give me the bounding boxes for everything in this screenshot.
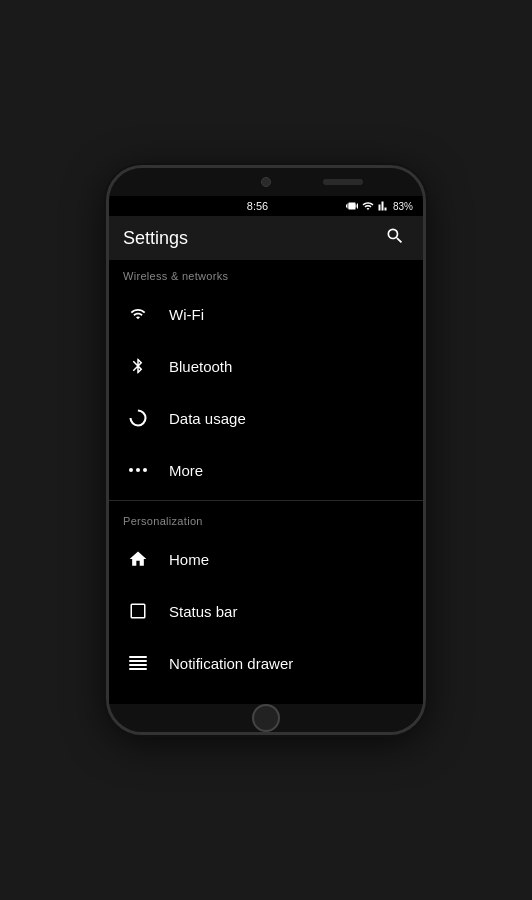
phone-speaker (323, 179, 363, 185)
status-time: 8:56 (169, 200, 346, 212)
signal-icon (378, 200, 390, 212)
home-button[interactable] (252, 704, 280, 732)
settings-item-wifi[interactable]: Wi-Fi (109, 288, 423, 340)
settings-item-bluetooth[interactable]: Bluetooth (109, 340, 423, 392)
svg-rect-2 (131, 604, 145, 618)
search-button[interactable] (381, 222, 409, 255)
bluetooth-icon (123, 356, 153, 376)
more-label: More (169, 462, 203, 479)
settings-item-status-bar[interactable]: Status bar (109, 585, 423, 637)
home-label: Home (169, 551, 209, 568)
phone-device: 8:56 83% Settings (106, 165, 426, 735)
settings-item-home[interactable]: Home (109, 533, 423, 585)
settings-list: Wireless & networks Wi-Fi Bluetoot (109, 260, 423, 704)
notification-drawer-label: Notification drawer (169, 655, 293, 672)
app-header: Settings (109, 216, 423, 260)
search-icon (385, 226, 405, 246)
vibrate-icon (346, 200, 358, 212)
home-icon (123, 549, 153, 569)
battery-percent: 83% (393, 201, 413, 212)
status-bar-icon (123, 601, 153, 621)
settings-item-more[interactable]: More (109, 444, 423, 496)
wifi-label: Wi-Fi (169, 306, 204, 323)
section-header-wireless: Wireless & networks (109, 260, 423, 288)
settings-item-data-usage[interactable]: Data usage (109, 392, 423, 444)
page-title: Settings (123, 228, 188, 249)
status-bar: 8:56 83% (109, 196, 423, 216)
status-bar-label: Status bar (169, 603, 237, 620)
section-header-personalization: Personalization (109, 505, 423, 533)
phone-top-bar (109, 168, 423, 196)
data-usage-label: Data usage (169, 410, 246, 427)
data-usage-icon (123, 408, 153, 428)
bluetooth-label: Bluetooth (169, 358, 232, 375)
status-icons: 83% (346, 200, 413, 212)
wifi-status-icon (361, 200, 375, 212)
settings-item-notification-drawer[interactable]: Notification drawer (109, 637, 423, 689)
wifi-icon (123, 306, 153, 322)
settings-item-themes[interactable]: Themes (109, 689, 423, 704)
phone-camera (261, 177, 271, 187)
svg-rect-0 (348, 203, 355, 210)
notification-drawer-icon (123, 656, 153, 670)
screen-content: Settings Wireless & networks Wi-Fi (109, 216, 423, 704)
phone-bottom-bar (109, 704, 423, 732)
svg-point-1 (131, 411, 146, 426)
section-divider-1 (109, 500, 423, 501)
more-icon (123, 468, 153, 472)
